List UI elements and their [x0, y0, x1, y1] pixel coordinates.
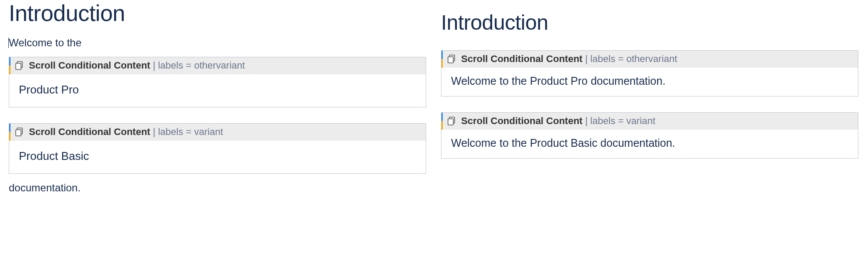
macro-separator: |: [153, 60, 155, 71]
svg-rect-7: [448, 119, 453, 125]
copy-icon: [14, 127, 24, 137]
lead-text[interactable]: Welcome to the: [9, 37, 426, 49]
macro-separator: |: [585, 115, 588, 127]
svg-rect-5: [448, 57, 453, 63]
lead-text-value: Welcome to the: [9, 37, 81, 48]
macro-header[interactable]: Scroll Conditional Content | labels = va…: [9, 124, 426, 141]
copy-icon: [446, 116, 457, 126]
copy-icon: [446, 54, 457, 64]
macro-params: labels = variant: [158, 126, 223, 138]
macro-header[interactable]: Scroll Conditional Content | labels = ot…: [441, 51, 858, 68]
macro-block[interactable]: Scroll Conditional Content | labels = ot…: [441, 50, 858, 97]
macro-block[interactable]: Scroll Conditional Content | labels = ot…: [9, 57, 426, 107]
macro-params: labels = othervariant: [158, 60, 245, 71]
macro-name: Scroll Conditional Content: [461, 115, 582, 127]
page-title: Introduction: [441, 10, 858, 35]
macro-body[interactable]: Welcome to the Product Basic documentati…: [441, 130, 858, 158]
macro-body[interactable]: Welcome to the Product Pro documentation…: [441, 68, 858, 96]
macro-body[interactable]: Product Basic: [9, 141, 426, 173]
macro-params: labels = othervariant: [590, 53, 677, 65]
copy-icon: [14, 60, 24, 71]
page-title: Introduction: [9, 0, 426, 26]
macro-name: Scroll Conditional Content: [461, 53, 582, 65]
right-column: Introduction Scroll Conditional Content …: [436, 0, 868, 203]
text-caret: [8, 38, 9, 48]
page-wrap: Introduction Welcome to the Scroll Condi…: [0, 0, 868, 203]
macro-name: Scroll Conditional Content: [29, 126, 150, 138]
macro-separator: |: [153, 126, 155, 138]
trailing-text[interactable]: documentation.: [9, 182, 426, 194]
macro-separator: |: [585, 53, 588, 65]
macro-header[interactable]: Scroll Conditional Content | labels = ot…: [9, 57, 426, 74]
macro-header[interactable]: Scroll Conditional Content | labels = va…: [441, 113, 858, 130]
macro-name: Scroll Conditional Content: [29, 60, 150, 71]
svg-rect-1: [16, 63, 21, 69]
macro-block[interactable]: Scroll Conditional Content | labels = va…: [441, 112, 858, 159]
macro-block[interactable]: Scroll Conditional Content | labels = va…: [9, 123, 426, 174]
svg-rect-3: [16, 130, 21, 136]
left-column: Introduction Welcome to the Scroll Condi…: [0, 0, 436, 203]
macro-params: labels = variant: [590, 115, 655, 127]
macro-body[interactable]: Product Pro: [9, 74, 426, 107]
